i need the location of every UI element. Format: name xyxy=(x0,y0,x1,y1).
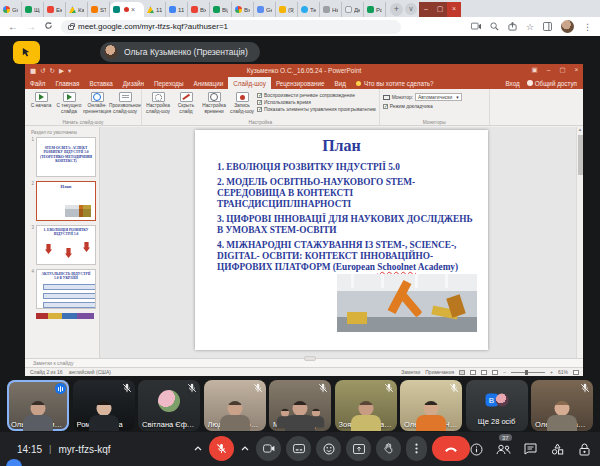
ppt-menu-tab[interactable]: Вид xyxy=(330,77,351,89)
tab-close-icon[interactable]: × xyxy=(131,6,135,13)
ribbon-checkbox[interactable]: Воспроизвести речевое сопровождение xyxy=(257,93,376,98)
reload-icon[interactable] xyxy=(44,21,53,32)
presenter-pill[interactable]: Ольга Кузьменко (Презентація) xyxy=(100,42,260,62)
slide-thumbnail[interactable]: 3 1. ЕВОЛЮЦІЯ РОЗВИТКУ ІНДУСТРІЇ 5.0 xyxy=(29,225,96,265)
browser-tab[interactable]: 11_ xyxy=(144,2,166,17)
captions-button[interactable] xyxy=(286,436,311,461)
language-status[interactable]: английский (США) xyxy=(69,369,111,375)
browser-tab[interactable]: Тел xyxy=(298,2,320,17)
ppt-menu-tab[interactable]: Файл xyxy=(25,77,50,89)
mic-options-chevron-icon[interactable] xyxy=(192,436,204,461)
monitor-select[interactable]: Автоматически▾ xyxy=(415,93,462,101)
end-call-button[interactable] xyxy=(432,436,470,461)
tell-me-box[interactable]: Что вы хотите сделать? xyxy=(351,77,439,89)
camera-button[interactable] xyxy=(256,436,281,461)
browser-tab[interactable]: Нас xyxy=(320,2,342,17)
window-minimize-button[interactable]: – xyxy=(419,2,433,17)
ribbon-button[interactable]: Произвольное слайд-шоу xyxy=(112,91,138,117)
slide-thumbnail-partial[interactable] xyxy=(36,313,94,319)
fit-to-window-icon[interactable] xyxy=(573,370,579,375)
notes-resize-handle[interactable] xyxy=(304,356,316,361)
slide-canvas[interactable]: План 1. ЕВОЛЮЦІЯ РОЗВИТКУ ІНДУСТРІЇ 5.02… xyxy=(195,130,488,350)
zoom-slider-knob[interactable] xyxy=(525,370,528,375)
ppt-menu-tab[interactable]: Вставка xyxy=(84,77,117,89)
window-close-button[interactable]: × xyxy=(447,2,461,17)
ribbon-button[interactable]: С текущего слайда xyxy=(56,91,82,117)
more-options-button[interactable] xyxy=(406,436,427,461)
slide-thumbnail-panel[interactable]: Раздел по умолчанию 1 STEM-ОСВІТА: АСПЕК… xyxy=(25,127,100,358)
ppt-menu-tab[interactable]: Рецензирование xyxy=(271,77,330,89)
window-maximize-button[interactable]: ▢ xyxy=(433,2,447,17)
presenter-mode-checkbox[interactable]: Режим докладчика xyxy=(383,104,486,109)
chat-button[interactable] xyxy=(522,441,538,457)
signin-button[interactable]: Вход xyxy=(505,80,519,87)
side-panel-icon[interactable] xyxy=(543,22,552,31)
browser-menu-icon[interactable]: ⋮ xyxy=(583,22,592,32)
browser-tab[interactable]: Що xyxy=(22,2,44,17)
mic-muted-button[interactable] xyxy=(209,436,234,461)
browser-tab[interactable]: Від xyxy=(210,2,232,17)
ppt-minimize-button[interactable]: – xyxy=(542,64,555,77)
ribbon-checkbox[interactable]: Использовать время xyxy=(257,100,376,105)
slide-thumbnail[interactable]: 1 STEM-ОСВІТА: АСПЕКТ РОЗВИТКУ ІНДУСТРІЇ… xyxy=(29,137,96,177)
browser-tab[interactable]: Ден xyxy=(342,2,364,17)
ribbon-button[interactable]: Запись слайд-шоу xyxy=(229,91,255,117)
raise-hand-button[interactable] xyxy=(376,436,401,461)
zoom-out-icon[interactable]: − xyxy=(503,369,506,375)
normal-view-icon[interactable] xyxy=(459,370,465,375)
ppt-close-button[interactable]: × xyxy=(570,64,583,77)
browser-tab[interactable]: Gm xyxy=(0,2,22,17)
tab-search-chevron-icon[interactable]: v xyxy=(405,3,417,15)
ribbon-button[interactable]: Настройка слайд-шоу xyxy=(145,91,171,117)
new-tab-button[interactable]: + xyxy=(390,3,403,16)
browser-tab[interactable]: Екс xyxy=(44,2,66,17)
slide-sorter-view-icon[interactable] xyxy=(470,370,476,375)
forward-icon[interactable]: → xyxy=(26,21,36,32)
back-icon[interactable]: ← xyxy=(8,21,18,32)
reactions-button[interactable] xyxy=(316,436,341,461)
share-icon[interactable] xyxy=(508,22,517,31)
browser-tab[interactable]: Gen xyxy=(254,2,276,17)
participant-tile[interactable]: Олена Михайл... xyxy=(531,380,593,431)
participant-tile[interactable]: Ольга Кузьмен... xyxy=(7,380,69,431)
zoom-in-icon[interactable]: + xyxy=(550,369,553,375)
browser-tab[interactable]: Каф xyxy=(66,2,88,17)
comments-toggle[interactable]: Примечания xyxy=(425,369,454,375)
ribbon-checkbox[interactable]: Показать элементы управления проигрывате… xyxy=(257,107,376,112)
participant-tile[interactable]: Ще 28 осіб В xyxy=(466,380,528,431)
browser-tab[interactable]: STE xyxy=(88,2,110,17)
browser-tab[interactable]: 11_ xyxy=(166,2,188,17)
zoom-icon[interactable] xyxy=(490,22,499,31)
ppt-menu-tab[interactable]: Дизайн xyxy=(118,77,149,89)
share-button[interactable]: Общий доступ xyxy=(527,80,577,87)
participant-tile[interactable]: Микола Садов... xyxy=(269,380,331,431)
ppt-restore-button[interactable]: ▢ xyxy=(556,64,569,77)
meeting-details-button[interactable] xyxy=(468,441,484,457)
media-control-icon[interactable] xyxy=(471,22,481,31)
participant-tile[interactable]: Світлана Єфім... xyxy=(138,380,200,431)
profile-avatar[interactable] xyxy=(561,20,574,33)
zoom-percent[interactable]: 61% xyxy=(558,369,568,375)
vertical-scrollbar[interactable]: ▲ xyxy=(576,127,583,358)
browser-tab[interactable]: (9) xyxy=(276,2,298,17)
cursor-extension-icon[interactable] xyxy=(13,41,40,64)
camera-options-chevron-icon[interactable] xyxy=(239,436,251,461)
zoom-slider[interactable] xyxy=(511,372,545,373)
present-button[interactable] xyxy=(346,436,371,461)
slideshow-view-icon[interactable] xyxy=(492,370,498,375)
address-bar[interactable]: meet.google.com/myr-tfzs-kqf?authuser=1 xyxy=(61,20,401,34)
slide-thumbnail[interactable]: 4 АКТУАЛЬНІСТЬ ІНДУСТРІЇ 5.0 В УКРАЇНІ xyxy=(29,269,96,309)
browser-tab[interactable]: × xyxy=(110,2,144,17)
notes-pane[interactable]: Заметки к слайду xyxy=(25,358,583,367)
notes-toggle[interactable]: Заметки xyxy=(401,369,420,375)
scrollbar-thumb[interactable] xyxy=(578,135,583,175)
ribbon-options-icon[interactable]: ▣ xyxy=(528,64,541,77)
ppt-menu-tab[interactable]: Слайд-шоу xyxy=(228,77,271,89)
slide-thumbnail[interactable]: 2 План xyxy=(29,181,96,221)
ribbon-button[interactable]: Онлайн-презентация xyxy=(84,91,110,117)
participant-tile[interactable]: Олександр На... xyxy=(400,380,462,431)
browser-tab[interactable]: Роз xyxy=(364,2,386,17)
ribbon-button[interactable]: С начала xyxy=(28,91,54,117)
reading-view-icon[interactable] xyxy=(481,370,487,375)
participant-tile[interactable]: Людмила Колі... xyxy=(204,380,266,431)
